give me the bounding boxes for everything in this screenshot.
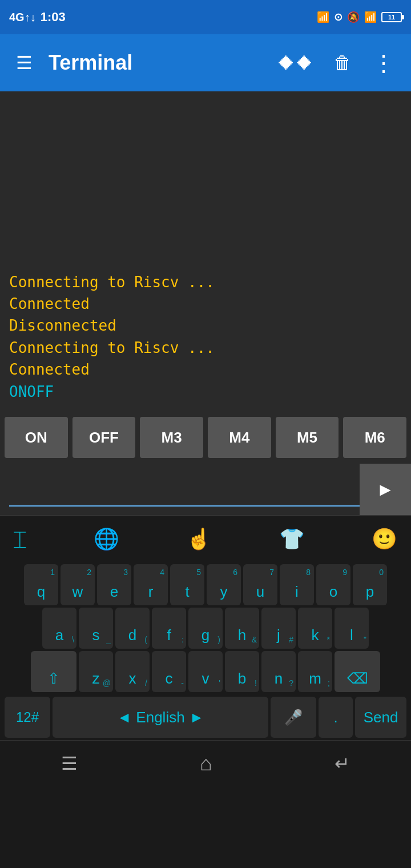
keyboard-row-2: ⇧z@x/c-v'b!n?m;⌫ bbox=[1, 651, 410, 692]
shift-key[interactable]: ⇧ bbox=[31, 651, 76, 692]
input-row: ► bbox=[0, 464, 411, 515]
cmd-btn-off[interactable]: OFF bbox=[72, 417, 136, 458]
key-q[interactable]: 1q bbox=[24, 564, 58, 605]
bell-icon: 🔕 bbox=[347, 11, 360, 23]
keyboard-bottom-row: 12# ◄ English ► 🎤 . Send bbox=[0, 694, 411, 740]
key-l[interactable]: l" bbox=[335, 608, 369, 649]
key-c[interactable]: c- bbox=[152, 651, 186, 692]
key-f[interactable]: f: bbox=[152, 608, 186, 649]
terminal-line: Connecting to Riscv ... bbox=[9, 272, 402, 292]
shirt-icon[interactable]: 👕 bbox=[279, 527, 305, 551]
lang-next-icon: ► bbox=[190, 709, 204, 726]
status-right: 📶 ⊙ 🔕 📶 11 bbox=[317, 11, 402, 23]
terminal-line: Connected bbox=[9, 294, 402, 314]
menu-button[interactable]: ☰ bbox=[11, 47, 37, 78]
language-button[interactable]: ◄ English ► bbox=[53, 697, 268, 738]
key-y[interactable]: 6y bbox=[207, 564, 241, 605]
terminal-line: Disconnected bbox=[9, 315, 402, 336]
terminal-area: Connecting to Riscv ...ConnectedDisconne… bbox=[0, 91, 411, 411]
wifi-icon: 📶 bbox=[364, 11, 377, 23]
navigation-bar: ☰ ⌂ ↵ bbox=[0, 740, 411, 786]
keyboard-send-button[interactable]: Send bbox=[355, 697, 406, 738]
dot-button[interactable]: . bbox=[319, 697, 353, 738]
language-label: English bbox=[136, 709, 184, 726]
cmd-btn-m6[interactable]: M6 bbox=[343, 417, 406, 458]
cursor-icon[interactable]: ⌶ bbox=[14, 527, 26, 551]
cmd-btn-on[interactable]: ON bbox=[5, 417, 68, 458]
status-left: 4G↑↓ 1:03 bbox=[9, 10, 66, 25]
battery-icon: 11 bbox=[381, 12, 402, 22]
keyboard: ⌶ 🌐 ☝ 👕 🙂 1q2w3e4r5t6y7u8i9o0pa\s_d(f:g)… bbox=[0, 516, 411, 740]
nav-menu-icon[interactable]: ☰ bbox=[61, 753, 78, 774]
lang-prev-icon: ◄ bbox=[117, 709, 132, 726]
terminal-line: ONOFF bbox=[9, 381, 402, 402]
key-e[interactable]: 3e bbox=[97, 564, 131, 605]
cmd-btn-m3[interactable]: M3 bbox=[140, 417, 203, 458]
nav-back-icon[interactable]: ↵ bbox=[335, 753, 350, 774]
touch-icon[interactable]: ☝ bbox=[186, 527, 212, 551]
keyboard-rows: 1q2w3e4r5t6y7u8i9o0pa\s_d(f:g)h&j#k*l"⇧z… bbox=[0, 562, 411, 694]
key-g[interactable]: g) bbox=[188, 608, 223, 649]
key-r[interactable]: 4r bbox=[134, 564, 168, 605]
key-w[interactable]: 2w bbox=[61, 564, 95, 605]
key-m[interactable]: m; bbox=[298, 651, 332, 692]
key-h[interactable]: h& bbox=[225, 608, 259, 649]
terminal-line: Connected bbox=[9, 359, 402, 380]
backspace-key[interactable]: ⌫ bbox=[335, 651, 380, 692]
app-bar: ☰ Terminal ⯁⯁ 🗑 ⋮ bbox=[0, 34, 411, 91]
page-title: Terminal bbox=[49, 51, 260, 75]
delete-button[interactable]: 🗑 bbox=[329, 48, 356, 78]
send-button[interactable]: ► bbox=[360, 464, 411, 515]
microphone-button[interactable]: 🎤 bbox=[271, 697, 316, 738]
key-b[interactable]: b! bbox=[225, 651, 259, 692]
key-o[interactable]: 9o bbox=[316, 564, 350, 605]
globe-icon[interactable]: 🌐 bbox=[94, 527, 119, 551]
bluetooth-icon: 📶 bbox=[317, 11, 329, 23]
keyboard-toolbar: ⌶ 🌐 ☝ 👕 🙂 bbox=[0, 516, 411, 562]
terminal-output: Connecting to Riscv ...ConnectedDisconne… bbox=[9, 272, 402, 402]
num-switch-button[interactable]: 12# bbox=[5, 697, 50, 738]
terminal-line: Connecting to Riscv ... bbox=[9, 337, 402, 358]
key-d[interactable]: d( bbox=[115, 608, 150, 649]
signal-icon: 4G↑↓ bbox=[9, 11, 36, 24]
keyboard-row-0: 1q2w3e4r5t6y7u8i9o0p bbox=[1, 564, 410, 605]
key-p[interactable]: 0p bbox=[353, 564, 387, 605]
key-x[interactable]: x/ bbox=[115, 651, 150, 692]
key-i[interactable]: 8i bbox=[280, 564, 314, 605]
key-v[interactable]: v' bbox=[188, 651, 223, 692]
command-input[interactable] bbox=[9, 472, 360, 507]
emoji-icon[interactable]: 🙂 bbox=[372, 527, 397, 551]
nav-home-icon[interactable]: ⌂ bbox=[200, 752, 212, 775]
key-n[interactable]: n? bbox=[261, 651, 296, 692]
key-u[interactable]: 7u bbox=[243, 564, 277, 605]
more-options-button[interactable]: ⋮ bbox=[368, 45, 400, 81]
keyboard-row-1: a\s_d(f:g)h&j#k*l" bbox=[1, 608, 410, 649]
key-s[interactable]: s_ bbox=[79, 608, 113, 649]
cmd-btn-m4[interactable]: M4 bbox=[208, 417, 271, 458]
status-bar: 4G↑↓ 1:03 📶 ⊙ 🔕 📶 11 bbox=[0, 0, 411, 34]
cmd-btn-m5[interactable]: M5 bbox=[276, 417, 339, 458]
key-t[interactable]: 5t bbox=[170, 564, 204, 605]
key-z[interactable]: z@ bbox=[79, 651, 113, 692]
key-a[interactable]: a\ bbox=[42, 608, 76, 649]
clock-icon: ⊙ bbox=[334, 11, 342, 23]
key-j[interactable]: j# bbox=[261, 608, 296, 649]
key-k[interactable]: k* bbox=[298, 608, 332, 649]
command-buttons-row: ONOFFM3M4M5M6 bbox=[0, 411, 411, 464]
time-display: 1:03 bbox=[41, 10, 66, 25]
connect-button[interactable]: ⯁⯁ bbox=[272, 46, 317, 79]
